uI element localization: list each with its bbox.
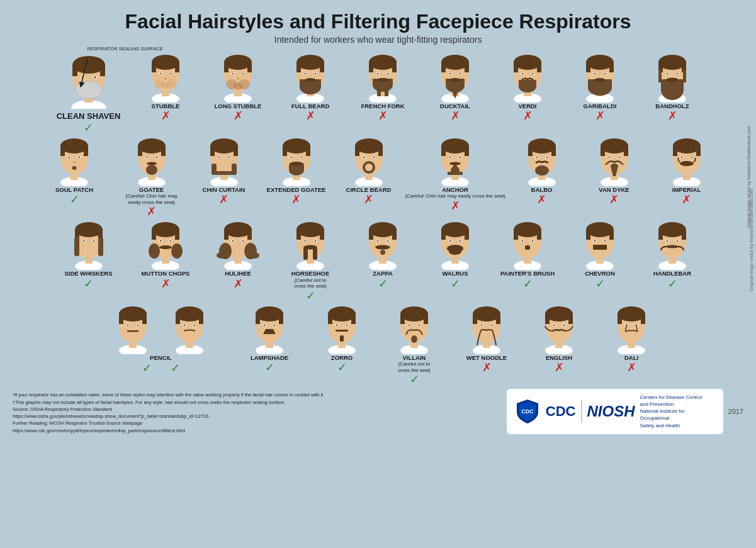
grid-row-1: RESPIRATOR SEALING SURFACE [13, 52, 743, 133]
svg-point-309 [460, 240, 461, 242]
svg-rect-286 [303, 247, 308, 260]
grid-row-2: SOUL PATCH ✓ [13, 136, 743, 218]
svg-point-21 [160, 73, 161, 74]
face-svg-van-dyke [589, 136, 640, 186]
face-svg-bandholz [647, 52, 697, 103]
face-item-english: ENGLISH ✗ [523, 304, 595, 373]
status-balbo: ✗ [537, 194, 546, 205]
svg-rect-293 [392, 230, 397, 240]
footnote-3: Source: OSHA Respiratory Protection Stan… [13, 406, 324, 413]
face-label-stubble: STUBBLE [152, 103, 180, 109]
svg-point-256 [160, 240, 161, 242]
face-item-full-beard: FULL BEARD ✗ [274, 52, 347, 121]
face-svg-hulihee [213, 220, 263, 270]
svg-point-321 [532, 240, 533, 242]
svg-rect-139 [138, 146, 142, 156]
svg-rect-388 [340, 335, 344, 342]
svg-point-199 [449, 162, 461, 165]
svg-rect-349 [119, 314, 123, 324]
face-label-zorro: ZORRO [331, 354, 353, 361]
svg-point-134 [72, 166, 77, 170]
svg-rect-322 [525, 245, 530, 250]
svg-point-259 [171, 243, 183, 259]
status-full-beard: ✗ [306, 110, 315, 121]
svg-rect-394 [424, 314, 428, 324]
face-label-anchor: ANCHOR(Careful! Chin hair may easily cro… [405, 186, 505, 199]
face-item-garibaldi: GARIBALDI ✗ [564, 52, 636, 121]
face-item-mutton-chops: MUTTON CHOPS ✗ [130, 220, 202, 289]
svg-point-144 [155, 156, 157, 157]
svg-point-297 [387, 240, 388, 242]
svg-point-222 [611, 164, 618, 169]
footnote-6: https://www.cdc.gov/niosh/npptl/topics/r… [13, 427, 324, 434]
svg-point-146 [147, 162, 157, 165]
face-svg-verdi [502, 52, 553, 103]
face-svg-pencil-2 [164, 304, 215, 354]
status-horseshoe: ✓ [306, 290, 315, 301]
face-item-verdi: VERDI ✗ [492, 52, 564, 121]
face-svg-circle-beard [344, 136, 394, 186]
status-anchor: ✗ [451, 200, 460, 211]
svg-rect-371 [279, 314, 283, 324]
status-verdi: ✗ [523, 110, 533, 121]
svg-rect-305 [465, 230, 469, 240]
face-label-van-dyke: VAN DYKE [599, 186, 629, 193]
face-svg-long-stubble [213, 52, 263, 103]
face-label-handlebar: HANDLEBAR [653, 270, 691, 277]
face-label-lampshade: LAMPSHADE [251, 354, 288, 361]
svg-point-343 [677, 240, 678, 242]
svg-point-410 [481, 325, 482, 326]
status-circle-beard: ✗ [364, 194, 373, 205]
face-item-lampshade: LAMPSHADE ✓ [234, 304, 306, 373]
svg-rect-279 [296, 230, 301, 240]
logo-area: CDC CDC NIOSH Centers for Disease Contro… [507, 389, 743, 434]
svg-rect-393 [400, 314, 405, 324]
status-zorro: ✓ [337, 362, 347, 373]
face-label-side-whiskers: SIDE WHISKERS [64, 270, 112, 277]
svg-point-296 [377, 240, 378, 242]
status-hulihee: ✗ [234, 278, 243, 289]
face-item-painters-brush: PAINTER'S BRUSH ✓ [492, 220, 564, 289]
face-label-horseshoe: HORSESHOE(Careful not tocross the seal) [291, 270, 330, 289]
svg-rect-246 [74, 237, 79, 256]
svg-point-219 [608, 156, 609, 157]
svg-text:CDC: CDC [521, 408, 534, 415]
svg-rect-338 [658, 230, 663, 240]
svg-rect-87 [514, 62, 518, 72]
face-item-extended-goatee: EXTENDED GOATEE ✗ [260, 136, 332, 205]
org-text: Centers for Disease Controland Preventio… [640, 394, 716, 429]
svg-rect-265 [224, 230, 228, 240]
face-label-pencil: PENCIL [150, 354, 172, 361]
svg-rect-159 [214, 171, 234, 175]
face-item-ducktail: DUCKTAIL ✗ [419, 52, 492, 121]
face-label-zappa: ZAPPA [373, 270, 393, 277]
svg-point-283 [305, 240, 306, 242]
svg-rect-328 [609, 230, 614, 240]
face-label-goatee: GOATEE(Careful! Chin hair mayeasily cros… [125, 186, 177, 206]
svg-rect-191 [465, 146, 469, 156]
face-label-chevron: CHEVRON [585, 270, 615, 277]
svg-point-26 [162, 82, 169, 89]
face-label-balbo: BALBO [531, 186, 553, 193]
face-label-walrus: WALRUS [442, 270, 468, 277]
svg-rect-151 [210, 146, 215, 156]
logo-box: CDC CDC NIOSH Centers for Disease Contro… [507, 389, 723, 434]
svg-rect-327 [586, 230, 590, 240]
face-svg-mutton-chops [140, 220, 191, 270]
svg-rect-387 [336, 330, 348, 332]
svg-point-195 [460, 156, 461, 157]
face-item-horseshoe: HORSESHOE(Careful not tocross the seal) … [274, 220, 347, 301]
svg-point-120 [666, 78, 679, 82]
svg-rect-18 [175, 62, 179, 72]
svg-rect-45 [296, 62, 301, 72]
status-imperial: ✗ [682, 194, 691, 205]
face-svg-goatee [127, 136, 177, 186]
svg-rect-230 [696, 146, 701, 156]
face-label-villain: VILLAIN(Careful not tocross the seal) [398, 354, 431, 374]
svg-rect-252 [152, 230, 156, 240]
svg-rect-99 [586, 62, 590, 72]
svg-rect-427 [641, 314, 645, 324]
svg-rect-88 [537, 62, 541, 72]
svg-rect-122 [683, 70, 686, 82]
svg-point-233 [680, 156, 682, 157]
